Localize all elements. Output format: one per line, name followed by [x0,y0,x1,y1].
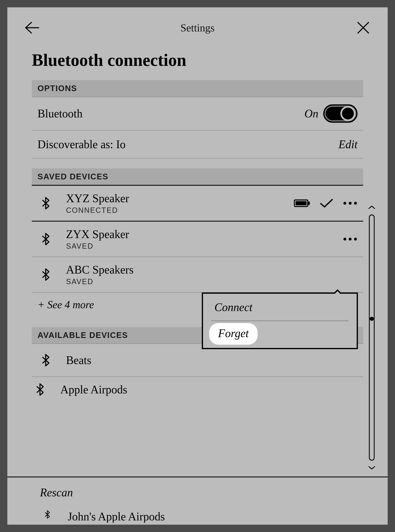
device-name: XYZ Speaker [66,192,282,205]
svg-point-6 [343,238,346,241]
svg-rect-2 [308,202,310,205]
saved-device-row[interactable]: ZYX Speaker SAVED [32,222,363,257]
more-icon[interactable] [343,201,357,205]
svg-point-7 [349,238,351,241]
device-context-menu: Connect X Forget [202,292,358,349]
more-icon[interactable] [343,237,357,241]
available-device-row[interactable]: John's Apple Airpods [39,510,165,523]
bluetooth-label: Bluetooth [38,107,82,120]
scroll-track[interactable] [369,214,375,461]
device-name: Beats [66,354,357,367]
discoverable-row: Discoverable as: Io Edit [32,131,363,159]
device-status: CONNECTED [66,206,282,215]
bluetooth-row: Bluetooth On [32,97,363,131]
topbar-title: Settings [180,22,215,34]
chevron-up-icon [368,205,375,209]
bluetooth-icon [42,269,49,281]
menu-item-forget[interactable]: Forget [209,323,258,345]
scroll-indicator[interactable] [368,203,376,472]
scroll-thumb[interactable] [370,317,374,321]
device-name: ZYX Speaker [66,228,331,241]
rescan-button[interactable]: Rescan [7,477,388,508]
svg-rect-1 [296,201,307,205]
svg-point-5 [354,202,357,205]
bluetooth-icon [36,384,44,396]
saved-device-row[interactable]: ABC Speakers SAVED [32,257,363,292]
close-button[interactable] [355,20,371,36]
section-header-saved: SAVED DEVICES [32,168,363,186]
bluetooth-icon [42,354,49,366]
saved-device-row[interactable]: XYZ Speaker CONNECTED [32,186,363,222]
discoverable-label: Discoverable as: Io [38,138,126,151]
device-name: John's Apple Airpods [68,510,165,523]
bluetooth-icon [42,197,49,209]
section-header-options: OPTIONS [32,80,363,97]
svg-point-8 [354,238,357,241]
toggle-knob [340,106,356,121]
battery-icon [294,199,310,208]
close-icon [357,21,370,34]
svg-point-3 [343,202,346,205]
check-icon [320,198,333,208]
menu-divider [211,321,349,321]
svg-point-4 [349,202,351,205]
page-title: Bluetooth connection [7,48,388,80]
bluetooth-icon [42,233,49,245]
device-name: Apple Airpods [60,383,363,396]
device-status: SAVED [66,277,345,286]
available-device-row[interactable]: Apple Airpods [32,377,363,396]
top-bar: Settings [7,7,388,48]
bluetooth-state: On [305,107,318,120]
edit-button[interactable]: Edit [339,138,357,151]
device-name: ABC Speakers [66,263,345,276]
arrow-left-icon [24,22,39,34]
bluetooth-toggle[interactable] [323,104,357,123]
menu-item-connect[interactable]: Connect [203,294,357,321]
chevron-down-icon [368,466,375,470]
device-status: SAVED [66,242,331,251]
back-button[interactable] [24,20,40,36]
bluetooth-icon [44,510,51,519]
